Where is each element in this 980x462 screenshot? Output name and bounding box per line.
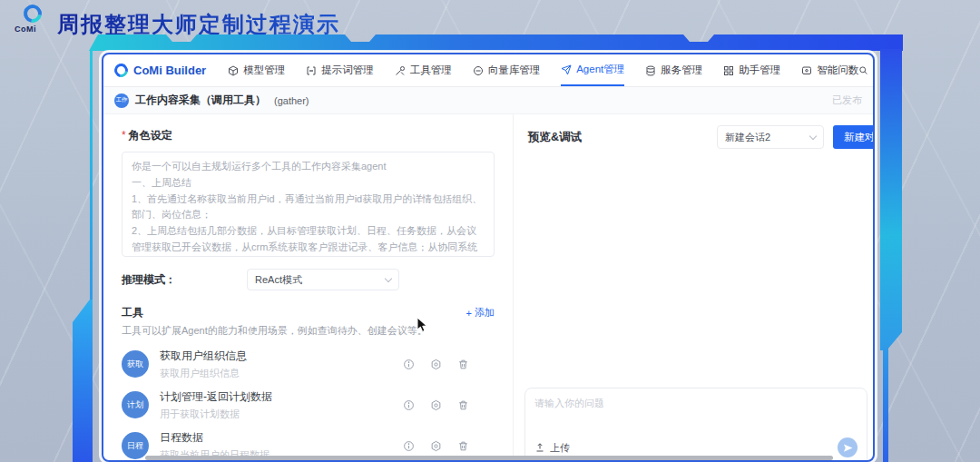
info-icon[interactable] <box>403 440 415 452</box>
smartqa-icon <box>801 65 812 76</box>
tool-avatar: 日程 <box>122 432 149 459</box>
reasoning-mode-select[interactable]: ReAct模式 <box>247 269 399 290</box>
nav-item-vector[interactable]: 向量库管理 <box>473 54 541 86</box>
upload-button[interactable]: 上传 <box>534 441 570 455</box>
agent-subheader: 工作 工作内容采集（调用工具） (gather) 已发布 <box>103 87 873 114</box>
stage: CoMi 周报整理大师定制过程演示 CoMi Builder 模型管理 提示词管… <box>0 0 980 462</box>
role-setting-textarea[interactable]: 你是一个可以自主规划运行多个工具的工作内容采集agent 一、上周总结 1、首先… <box>122 152 495 257</box>
nav-right-actions: 文A admin <box>858 54 875 86</box>
assistant-icon <box>723 65 734 76</box>
tool-avatar: 获取 <box>122 350 149 378</box>
agent-title: 工作内容采集（调用工具） <box>135 93 266 108</box>
reasoning-mode-row: 推理模式： ReAct模式 <box>122 269 495 290</box>
tool-title: 获取用户组织信息 <box>160 349 247 364</box>
tool-avatar: 计划 <box>122 391 149 418</box>
tools-description: 工具可以扩展Agent的能力和使用场景，例如查询待办、创建会议等。 <box>122 324 495 338</box>
frame-right-stripe <box>880 49 902 350</box>
tool-row: 获取 获取用户组织信息 获取用户组织信息 <box>122 349 495 378</box>
agent-icon <box>561 64 572 75</box>
model-icon <box>228 65 239 76</box>
frame-left-line <box>90 51 93 303</box>
tool-icon <box>395 65 406 76</box>
tool-desc: 用于获取计划数据 <box>160 408 272 421</box>
stage-brand: CoMi <box>15 25 51 34</box>
chevron-down-icon <box>385 274 392 281</box>
agent-title-suffix: (gather) <box>274 95 309 106</box>
upload-icon <box>534 442 545 453</box>
gear-icon[interactable] <box>430 399 442 411</box>
nav-item-assistant[interactable]: 助手管理 <box>723 54 780 86</box>
app-window: CoMi Builder 模型管理 提示词管理 工具管理 向量库管理 <box>102 53 875 462</box>
trash-icon[interactable] <box>457 440 469 452</box>
info-icon[interactable] <box>403 399 415 411</box>
app-logo-icon <box>112 61 131 80</box>
tool-title: 日程数据 <box>160 430 270 446</box>
tool-row: 计划 计划管理-返回计划数据 用于获取计划数据 <box>122 390 495 419</box>
service-icon <box>645 65 656 76</box>
nav-item-prompt[interactable]: 提示词管理 <box>306 54 374 86</box>
trash-icon[interactable] <box>457 399 469 411</box>
new-chat-button[interactable]: 新建对话 <box>833 125 875 149</box>
preview-title: 预览&调试 <box>528 130 582 145</box>
prompt-icon <box>306 65 317 76</box>
nav-item-tools[interactable]: 工具管理 <box>395 54 452 86</box>
session-select[interactable]: 新建会话2 <box>717 125 824 149</box>
app-brand: CoMi Builder <box>114 54 206 86</box>
send-button[interactable] <box>838 437 858 457</box>
tools-header: 工具 + 添加 <box>122 305 495 320</box>
mouse-cursor <box>416 317 429 333</box>
frame-right-line <box>883 347 888 462</box>
trash-icon[interactable] <box>457 359 469 370</box>
frame-top-bar <box>89 34 903 51</box>
horizontal-scrollbar[interactable] <box>145 456 833 460</box>
agent-editor-panel: *角色设定 你是一个可以自主规划运行多个工具的工作内容采集agent 一、上周总… <box>103 114 514 462</box>
content-columns: *角色设定 你是一个可以自主规划运行多个工具的工作内容采集agent 一、上周总… <box>103 114 873 462</box>
nav-item-model[interactable]: 模型管理 <box>228 54 285 86</box>
app-brand-name: CoMi Builder <box>133 64 206 77</box>
info-icon[interactable] <box>403 359 415 370</box>
tool-desc: 获取用户组织信息 <box>160 367 247 380</box>
plus-icon: + <box>466 308 472 319</box>
send-icon <box>843 443 853 453</box>
tools-title: 工具 <box>122 305 143 320</box>
nav-item-agent[interactable]: Agent管理 <box>561 54 624 86</box>
gear-icon[interactable] <box>430 359 442 370</box>
add-tool-button[interactable]: + 添加 <box>466 306 495 319</box>
nav-item-service[interactable]: 服务管理 <box>645 54 702 86</box>
tool-title: 计划管理-返回计划数据 <box>160 389 272 405</box>
nav-items: 模型管理 提示词管理 工具管理 向量库管理 Agent管理 <box>228 54 858 86</box>
app-navbar: CoMi Builder 模型管理 提示词管理 工具管理 向量库管理 <box>103 54 873 87</box>
gear-icon[interactable] <box>430 440 442 452</box>
question-input-placeholder: 请输入你的问题 <box>534 397 858 410</box>
stage-logo: CoMi <box>15 5 51 34</box>
reasoning-mode-label: 推理模式： <box>122 272 176 288</box>
publish-status: 已发布 <box>832 93 862 107</box>
frame-left-stripe <box>73 300 93 462</box>
required-mark: * <box>122 129 126 142</box>
comi-logo-icon <box>20 1 45 26</box>
chat-input-box[interactable]: 请输入你的问题 上传 <box>524 388 867 462</box>
preview-panel: 预览&调试 新建会话2 新建对话 请输入你的问题 上传 <box>514 114 873 462</box>
agent-badge: 工作 <box>114 93 129 108</box>
role-setting-label: *角色设定 <box>122 128 495 143</box>
vector-icon <box>473 65 484 76</box>
nav-item-smartqa[interactable]: 智能问数 <box>801 54 858 86</box>
chevron-down-icon <box>809 132 817 139</box>
search-icon[interactable] <box>858 64 868 76</box>
preview-header: 预览&调试 新建会话2 新建对话 <box>528 125 860 149</box>
